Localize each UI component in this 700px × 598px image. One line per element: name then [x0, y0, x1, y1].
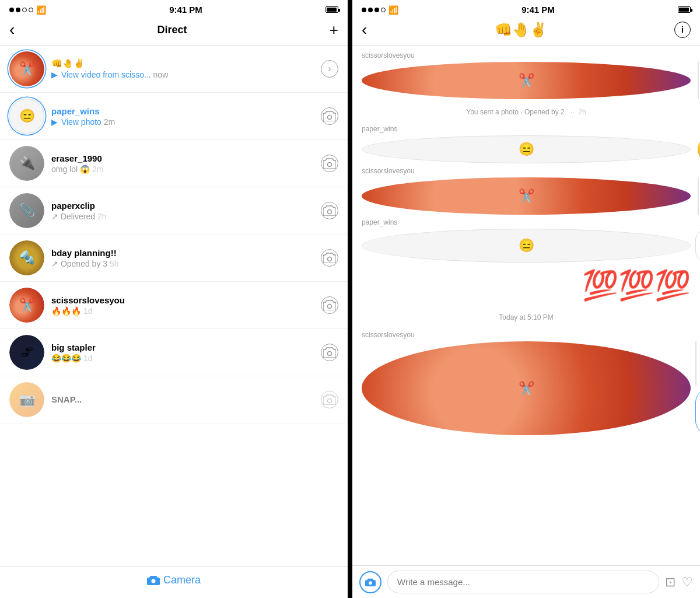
avatar: 🖇 — [9, 335, 44, 370]
video-sent-text: Sent a video · Play Again — [695, 341, 700, 386]
sub-time: now — [153, 70, 169, 79]
back-button[interactable]: ‹ — [362, 20, 367, 39]
avatar-image: 😑 — [9, 99, 44, 134]
video-content: Sent a video · Play Again ▶ View video — [695, 341, 700, 435]
emoji-content: 💯💯💯 — [582, 269, 691, 302]
conv-info: scissorslovesyou 🔥🔥🔥 1d — [51, 295, 321, 316]
sub-text: View video from scisso... — [61, 70, 153, 79]
avatar: 🔌 — [9, 146, 44, 181]
back-button[interactable]: ‹ — [9, 20, 15, 39]
conv-info: SNAP... — [51, 394, 321, 405]
chat-message: scissorslovesyou ✂️ Sent a photo — [352, 167, 700, 215]
message-content: Sent a photo — [695, 177, 700, 215]
message-text: Sent a photo — [698, 177, 700, 215]
list-item[interactable]: 🔌 eraser_1990 omg lol 😱 2m — [0, 140, 348, 187]
message-row: 😑 have fun! — [362, 229, 691, 263]
battery-fill — [679, 8, 689, 12]
right-time: 9:41 PM — [522, 5, 555, 15]
dot-1 — [9, 8, 14, 12]
svg-point-4 — [328, 305, 332, 309]
camera-icon — [323, 158, 336, 169]
chat-area: scissorslovesyou ✂️ Sent a video You sen… — [352, 46, 700, 565]
page-title: Direct — [158, 24, 187, 36]
svg-point-1 — [328, 163, 332, 167]
sub-text: Delivered — [61, 212, 97, 221]
svg-point-8 — [369, 581, 372, 585]
camera-button[interactable] — [321, 344, 338, 361]
message-input[interactable] — [387, 571, 659, 593]
info-button[interactable]: i — [674, 22, 691, 38]
battery-fill — [327, 8, 337, 12]
message-row: ✂️ Sent a video — [362, 62, 691, 99]
avatar-image: ✂️ — [9, 288, 44, 323]
sub-text: omg lol 😱 — [51, 165, 92, 174]
signal-dots — [9, 8, 33, 12]
sub-time: 2h — [97, 212, 107, 221]
camera-button[interactable] — [321, 107, 338, 125]
list-item[interactable]: 😑 paper_wins ▶ View photo 2m — [0, 93, 348, 140]
time-divider: Today at 5:10 PM — [352, 307, 700, 327]
dot-2 — [16, 8, 20, 12]
add-button[interactable]: + — [330, 21, 338, 39]
sub-text: 🔥🔥🔥 — [51, 306, 83, 316]
conv-name: 👊🤚✌ — [51, 58, 321, 69]
avatar: 📷 — [9, 382, 44, 417]
conv-name: paper_wins — [51, 106, 321, 116]
sub-time: 2m — [104, 117, 115, 127]
list-item[interactable]: 🔩 bday planning!! ↗ Opened by 3 5h — [0, 235, 348, 282]
svg-point-7 — [151, 579, 155, 583]
camera-icon — [323, 253, 336, 263]
camera-button[interactable]: Camera — [147, 574, 201, 586]
sub-time: 1d — [83, 306, 93, 316]
list-item[interactable]: 📎 paperxclip ↗ Delivered 2h — [0, 187, 348, 235]
camera-button[interactable] — [321, 202, 338, 219]
avatar-image: 📎 — [9, 193, 44, 228]
conv-info: big stapler 😂😂😂 1d — [51, 342, 321, 363]
conv-info: bday planning!! ↗ Opened by 3 5h — [51, 248, 321, 268]
conv-sub: ▶ View photo 2m — [51, 117, 321, 127]
list-item[interactable]: 🖇 big stapler 😂😂😂 1d — [0, 329, 348, 376]
conv-sub: ▶ View video from scisso... now — [51, 70, 321, 79]
avatar-image: 🔩 — [9, 240, 44, 275]
sub-text: View photo — [61, 117, 104, 127]
left-signal: 📶 — [9, 5, 46, 15]
sender-name: paper_wins — [362, 218, 691, 226]
camera-button[interactable] — [321, 391, 338, 408]
avatar: 😑 — [9, 99, 44, 134]
right-status-bar: 📶 9:41 PM — [352, 0, 700, 17]
camera-button[interactable] — [321, 249, 338, 267]
wifi-icon: 📶 — [36, 5, 46, 15]
avatar-image: 🔌 — [9, 146, 44, 181]
left-status-bar: 📶 9:41 PM — [0, 0, 348, 17]
camera-button[interactable] — [359, 571, 382, 593]
conv-info: paperxclip ↗ Delivered 2h — [51, 201, 321, 221]
list-item[interactable]: ✂️ scissorslovesyou 🔥🔥🔥 1d — [0, 282, 348, 329]
battery-icon — [678, 6, 691, 13]
message-bubble: have fun! — [695, 229, 700, 263]
view-video-button[interactable]: ▶ View video — [695, 388, 700, 435]
arrow-button[interactable]: › — [321, 60, 338, 78]
camera-button[interactable] — [321, 155, 338, 172]
conversation-list: ✂️ 👊🤚✌ ▶ View video from scisso... now ›… — [0, 46, 348, 566]
system-text-content: You sent a photo · Opened by 2 — [466, 108, 564, 116]
image-attach-icon[interactable]: ⊡ — [665, 575, 676, 590]
heart-icon[interactable]: ♡ — [681, 575, 693, 590]
camera-button[interactable] — [321, 296, 338, 314]
conv-name: paperxclip — [51, 201, 321, 211]
sub-text: 😂😂😂 — [51, 354, 83, 363]
dot-3 — [22, 8, 27, 12]
sender-name: scissorslovesyou — [362, 51, 691, 60]
conv-name: eraser_1990 — [51, 153, 321, 163]
conv-info: eraser_1990 omg lol 😱 2m — [51, 153, 321, 174]
chat-message: paper_wins 😑 🤣 — [352, 125, 700, 163]
chat-title: 👊🤚✌ — [495, 22, 547, 38]
time-text: 2h — [578, 108, 586, 116]
list-item[interactable]: 📷 SNAP... — [0, 376, 348, 424]
avatar: ✂️ — [9, 288, 44, 323]
svg-point-5 — [328, 352, 332, 356]
list-item[interactable]: ✂️ 👊🤚✌ ▶ View video from scisso... now › — [0, 46, 348, 93]
sub-time: 5h — [110, 259, 119, 268]
arrow-icon: ↗ — [51, 259, 61, 268]
battery-icon — [326, 6, 338, 13]
time-divider-text: Today at 5:10 PM — [499, 313, 553, 321]
